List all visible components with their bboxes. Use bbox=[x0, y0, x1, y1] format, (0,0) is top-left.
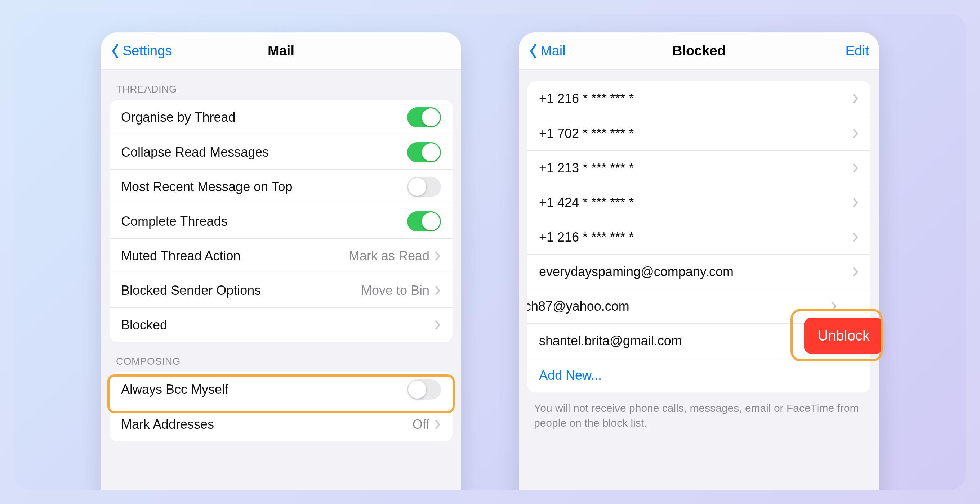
nav-bar: Settings Mail bbox=[101, 32, 461, 70]
chevron-right-icon bbox=[853, 163, 859, 174]
chevron-left-icon bbox=[529, 44, 538, 58]
list-item[interactable]: +1 702 * *** *** * bbox=[527, 116, 870, 151]
list-item[interactable]: +1 213 * *** *** * bbox=[527, 151, 870, 185]
chevron-right-icon bbox=[853, 93, 859, 104]
chevron-left-icon bbox=[111, 44, 120, 58]
back-button[interactable]: Mail bbox=[529, 43, 566, 59]
section-header-composing: COMPOSING bbox=[101, 342, 461, 372]
threading-group: Organise by Thread Collapse Read Message… bbox=[110, 100, 453, 342]
row-complete-threads[interactable]: Complete Threads bbox=[110, 204, 453, 238]
composing-group: Always Bcc Myself Mark Addresses Off bbox=[110, 372, 453, 441]
chevron-right-icon bbox=[831, 301, 837, 312]
list-item[interactable]: +1 216 * *** *** * bbox=[527, 81, 870, 116]
row-always-bcc[interactable]: Always Bcc Myself bbox=[110, 372, 453, 407]
footer-note: You will not receive phone calls, messag… bbox=[519, 392, 879, 439]
row-mark-addresses[interactable]: Mark Addresses Off bbox=[110, 407, 453, 441]
row-label: Blocked Sender Options bbox=[121, 283, 261, 298]
page-title: Blocked bbox=[519, 43, 879, 59]
chevron-right-icon bbox=[853, 266, 859, 277]
row-blocked[interactable]: Blocked bbox=[110, 307, 453, 342]
chevron-right-icon bbox=[434, 250, 441, 262]
row-label: Collapse Read Messages bbox=[121, 145, 269, 160]
switch-organise[interactable] bbox=[407, 107, 441, 127]
unblock-button[interactable]: Unblock bbox=[804, 317, 883, 354]
row-collapse-read[interactable]: Collapse Read Messages bbox=[110, 135, 453, 169]
switch-collapse[interactable] bbox=[407, 142, 441, 162]
mail-settings-panel: Settings Mail THREADING Organise by Thre… bbox=[101, 32, 461, 490]
row-label: Muted Thread Action bbox=[121, 249, 241, 263]
add-new-label: Add New... bbox=[539, 368, 602, 383]
list-item-label: everydayspaming@company.com bbox=[539, 264, 733, 279]
add-new-button[interactable]: Add New... bbox=[527, 358, 870, 392]
row-label: Always Bcc Myself bbox=[121, 382, 228, 397]
chevron-right-icon bbox=[853, 232, 859, 242]
switch-recent-top[interactable] bbox=[407, 177, 441, 197]
list-item-label: +1 424 * *** *** * bbox=[539, 195, 634, 210]
blocked-list-panel: Mail Blocked Edit +1 216 * *** *** * +1 … bbox=[519, 32, 879, 490]
list-item-label: +1 702 * *** *** * bbox=[539, 126, 634, 141]
row-blocked-sender-options[interactable]: Blocked Sender Options Move to Bin bbox=[110, 273, 453, 307]
row-muted-action[interactable]: Muted Thread Action Mark as Read bbox=[110, 238, 453, 273]
row-value: Mark as Read bbox=[349, 249, 430, 263]
list-item-label: shantel.brita@gmail.com bbox=[539, 333, 682, 349]
row-label: Most Recent Message on Top bbox=[121, 179, 293, 194]
chevron-right-icon bbox=[434, 320, 441, 330]
chevron-right-icon bbox=[434, 285, 441, 296]
row-recent-on-top[interactable]: Most Recent Message on Top bbox=[110, 169, 453, 204]
section-header-threading: THREADING bbox=[101, 70, 461, 100]
list-item-label: +1 216 * *** *** * bbox=[539, 230, 634, 245]
list-item[interactable]: +1 216 * *** *** * bbox=[527, 220, 870, 254]
list-item-label: +1 216 * *** *** * bbox=[539, 91, 634, 106]
switch-complete[interactable] bbox=[407, 211, 441, 231]
chevron-right-icon bbox=[853, 128, 859, 139]
row-organise-by-thread[interactable]: Organise by Thread bbox=[110, 100, 453, 135]
back-button[interactable]: Settings bbox=[111, 43, 172, 59]
back-label: Mail bbox=[541, 43, 566, 59]
row-label: Complete Threads bbox=[121, 214, 228, 229]
nav-bar: Mail Blocked Edit bbox=[519, 32, 879, 70]
row-value: Off bbox=[412, 417, 430, 432]
unblock-label: Unblock bbox=[818, 328, 870, 344]
back-label: Settings bbox=[123, 43, 172, 59]
chevron-right-icon bbox=[853, 197, 859, 208]
list-item[interactable]: +1 424 * *** *** * bbox=[527, 185, 870, 220]
list-item-label: rich87@yahoo.com bbox=[527, 299, 630, 314]
row-label: Mark Addresses bbox=[121, 417, 214, 432]
row-value: Move to Bin bbox=[361, 283, 430, 298]
chevron-right-icon bbox=[434, 419, 441, 430]
list-item[interactable]: everydayspaming@company.com bbox=[527, 254, 870, 289]
row-label: Organise by Thread bbox=[121, 110, 235, 125]
row-label: Blocked bbox=[121, 317, 167, 333]
list-item-label: +1 213 * *** *** * bbox=[539, 160, 634, 176]
switch-bcc[interactable] bbox=[407, 379, 441, 399]
edit-button[interactable]: Edit bbox=[846, 43, 869, 59]
